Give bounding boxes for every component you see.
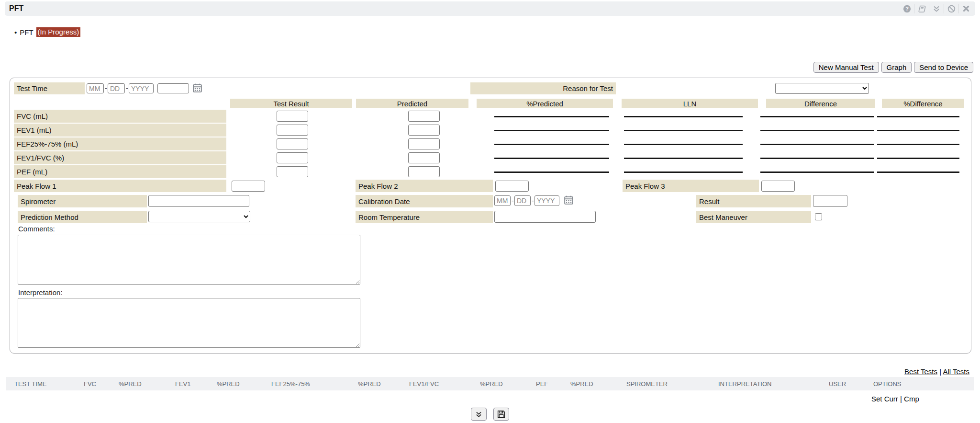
reason-for-test-label: Reason for Test — [470, 82, 616, 94]
graph-button[interactable]: Graph — [881, 62, 912, 73]
date-separator: - — [126, 84, 128, 92]
test-time-day-input[interactable] — [108, 83, 125, 93]
prediction-method-label: Prediction Method — [18, 211, 147, 223]
results-col-fef25-75: FEF25%-75% — [271, 380, 310, 388]
fvc-predicted-input[interactable] — [408, 111, 440, 122]
pft-page: PFT ? • PFT (In Progress) — [0, 0, 980, 423]
spirometer-input[interactable] — [148, 195, 249, 207]
save-button[interactable] — [493, 408, 509, 421]
comments-textarea[interactable] — [18, 235, 360, 285]
results-col-fvc: FVC — [84, 380, 96, 388]
results-col-pct-pred-2: %PRED — [217, 380, 240, 388]
fev1-pct-predicted-value — [494, 130, 609, 131]
calendar-icon[interactable] — [564, 195, 573, 205]
test-time-time-input[interactable] — [157, 83, 189, 93]
calibration-date-label: Calibration Date — [356, 195, 493, 207]
date-separator: - — [532, 197, 534, 205]
results-col-pct-pred-5: %PRED — [570, 380, 593, 388]
date-separator: - — [512, 197, 514, 205]
results-col-pct-pred-1: %PRED — [119, 380, 142, 388]
fev1-difference-value — [760, 130, 874, 131]
row-label-fvc: FVC (mL) — [14, 110, 226, 123]
column-header-predicted: Predicted — [356, 99, 468, 108]
reason-for-test-select[interactable] — [775, 83, 869, 94]
column-header-test-result: Test Result — [230, 99, 352, 108]
best-maneuver-checkbox[interactable] — [815, 213, 822, 220]
test-time-label: Test Time — [14, 82, 85, 94]
results-col-fev1-fvc: FEV1/FVC — [409, 380, 439, 388]
link-separator: | — [900, 395, 902, 403]
svg-text:?: ? — [905, 6, 909, 11]
fev1-fvc-difference-value — [760, 158, 874, 159]
spirometer-label: Spirometer — [18, 195, 147, 207]
fef25-75-predicted-input[interactable] — [408, 138, 440, 149]
fvc-test-result-input[interactable] — [277, 111, 308, 122]
column-header-pct-predicted: %Predicted — [477, 99, 613, 108]
results-col-interpretation: INTERPRETATION — [718, 380, 771, 388]
peak-flow-1-label: Peak Flow 1 — [14, 180, 226, 192]
result-input[interactable] — [813, 195, 847, 207]
results-col-pct-pred-4: %PRED — [480, 380, 503, 388]
row-label-fev1: FEV1 (mL) — [14, 124, 226, 137]
help-icon[interactable]: ? — [900, 1, 914, 16]
result-label: Result — [696, 195, 811, 207]
interpretation-textarea[interactable] — [18, 298, 360, 348]
link-separator: | — [939, 367, 941, 376]
fef25-75-pct-difference-value — [877, 144, 959, 145]
prediction-method-select[interactable] — [148, 211, 250, 222]
all-tests-link[interactable]: All Tests — [943, 367, 969, 376]
document-list-item: • PFT (In Progress) — [14, 27, 80, 37]
results-row-options: Set Curr | Cmp — [871, 395, 919, 403]
collapse-icon[interactable] — [929, 1, 944, 16]
room-temperature-label: Room Temperature — [356, 211, 493, 223]
bottom-actions — [0, 408, 980, 421]
form-toolbar: New Manual Test Graph Send to Device — [813, 62, 973, 73]
pef-pct-predicted-value — [494, 171, 609, 173]
fef25-75-lln-value — [624, 144, 743, 145]
fev1-fvc-predicted-input[interactable] — [408, 152, 440, 163]
fef25-75-test-result-input[interactable] — [277, 138, 308, 149]
row-label-fef25-75: FEF25%-75% (mL) — [14, 137, 226, 150]
fev1-predicted-input[interactable] — [408, 125, 440, 136]
fvc-pct-predicted-value — [494, 116, 609, 117]
room-temperature-input[interactable] — [494, 211, 596, 223]
fev1-fvc-test-result-input[interactable] — [277, 152, 308, 163]
fef25-75-pct-predicted-value — [494, 144, 609, 145]
close-icon[interactable] — [959, 1, 973, 16]
send-to-device-button[interactable]: Send to Device — [914, 62, 973, 73]
fev1-fvc-lln-value — [624, 158, 743, 159]
fev1-test-result-input[interactable] — [277, 125, 308, 136]
set-curr-link[interactable]: Set Curr — [871, 395, 898, 403]
fef25-75-difference-value — [760, 144, 874, 145]
results-table-header: TEST TIME FVC %PRED FEV1 %PRED FEF25%-75… — [6, 377, 974, 390]
pef-lln-value — [624, 171, 743, 173]
cmp-link[interactable]: Cmp — [904, 395, 919, 403]
new-manual-test-button[interactable]: New Manual Test — [813, 62, 879, 73]
results-col-user: USER — [829, 380, 846, 388]
page-title: PFT — [5, 4, 23, 13]
fvc-pct-difference-value — [877, 116, 959, 117]
peak-flow-3-input[interactable] — [761, 181, 795, 192]
test-time-year-input[interactable] — [129, 83, 154, 93]
fev1-lln-value — [624, 130, 743, 131]
document-link[interactable]: PFT — [20, 28, 33, 36]
collapse-section-button[interactable] — [471, 408, 487, 421]
tests-view-links: Best Tests | All Tests — [904, 367, 969, 376]
peak-flow-1-input[interactable] — [232, 181, 265, 192]
date-separator: - — [105, 84, 107, 92]
test-time-month-input[interactable] — [87, 83, 104, 93]
calibration-month-input[interactable] — [494, 195, 511, 206]
disable-icon[interactable] — [944, 1, 958, 16]
pef-predicted-input[interactable] — [408, 166, 440, 177]
calibration-year-input[interactable] — [535, 195, 559, 206]
best-tests-link[interactable]: Best Tests — [904, 367, 937, 376]
notebook-icon[interactable] — [914, 1, 929, 16]
status-badge: (In Progress) — [36, 27, 81, 37]
peak-flow-2-input[interactable] — [495, 181, 529, 192]
pef-test-result-input[interactable] — [277, 166, 308, 177]
row-label-fev1-fvc: FEV1/FVC (%) — [14, 151, 226, 164]
calibration-day-input[interactable] — [514, 195, 531, 206]
fvc-lln-value — [624, 116, 743, 117]
column-header-lln: LLN — [622, 99, 758, 108]
calendar-icon[interactable] — [193, 83, 202, 92]
